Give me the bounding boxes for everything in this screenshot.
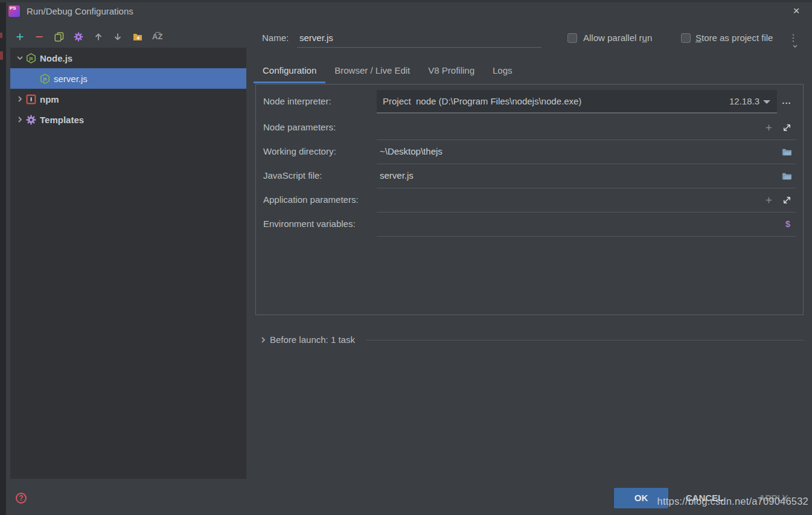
separator-line [366,340,804,341]
more-options-kebab-icon[interactable]: ⋮ [788,31,797,45]
help-icon[interactable]: ? [16,493,27,504]
configurations-tree: js Node.js js server.js npm [10,48,246,479]
configurations-toolbar: A͡Z [6,27,164,47]
env-variables-icon[interactable]: $ [785,213,790,235]
name-input-underline [297,47,542,48]
interpreter-more-button[interactable]: ... [779,91,794,114]
name-label: Name: [262,33,289,45]
environment-variables-row: Environment variables: $ [263,213,796,237]
npm-icon [26,94,36,104]
tree-item-serverjs[interactable]: js server.js [10,68,246,89]
dialog-title: Run/Debug Configurations [27,0,133,23]
add-macro-icon[interactable] [764,123,773,132]
store-as-project-file-checkbox[interactable] [681,33,691,43]
working-directory-input[interactable]: ~\Desktop\thejs [377,140,796,164]
nodejs-icon: js [40,74,50,84]
tab-browser-live-edit[interactable]: Browser / Live Edit [325,60,419,83]
phpstorm-logo-icon: PS [8,5,20,17]
add-macro-icon[interactable] [764,196,773,205]
application-parameters-input[interactable] [377,188,796,213]
browse-folder-icon[interactable] [782,147,792,157]
expand-field-icon[interactable] [782,195,792,205]
sort-alphabetically-icon[interactable]: A͡Z [152,32,164,42]
svg-text:js: js [28,56,33,61]
move-down-icon[interactable] [113,32,123,42]
chevron-right-icon[interactable] [258,335,268,345]
tree-item-label: Node.js [40,53,72,63]
watermark: https://blog.csdn.net/a709046532 [657,496,808,507]
tree-item-label: npm [40,94,59,104]
tree-item-nodejs[interactable]: js Node.js [10,48,246,68]
close-icon[interactable]: × [788,3,804,19]
allow-parallel-run-label: Allow parallel run [583,33,652,43]
working-directory-label: Working directory: [263,140,336,164]
node-parameters-row: Node parameters: [263,116,796,140]
javascript-file-row: JavaScript file: server.js [263,164,796,188]
before-launch-section[interactable]: Before launch: 1 task [255,331,804,349]
tab-configuration[interactable]: Configuration [254,60,325,83]
node-interpreter-combobox[interactable]: Project node (D:\Program Files\nodejs\no… [377,90,777,114]
chevron-right-icon[interactable] [15,115,25,124]
editor-stripe-mark [0,33,2,38]
tree-item-label: server.js [54,74,88,84]
environment-variables-label: Environment variables: [263,213,356,237]
tree-item-label: Templates [40,115,84,125]
editor-stripe-mark [0,51,3,60]
node-parameters-input[interactable] [377,116,796,140]
node-interpreter-value: Project node (D:\Program Files\nodejs\no… [383,90,581,112]
copy-icon[interactable] [54,32,64,42]
name-input[interactable]: server.js [299,33,333,45]
working-directory-row: Working directory: ~\Desktop\thejs [263,140,796,164]
templates-gear-icon [26,115,36,125]
tree-item-templates[interactable]: Templates [10,109,246,130]
node-interpreter-row: Node interpreter: Project node (D:\Progr… [263,90,796,116]
application-parameters-row: Application parameters: [263,188,796,213]
store-as-project-file-label: Store as project file [695,33,773,43]
tree-item-npm[interactable]: npm [10,89,246,109]
expand-field-icon[interactable] [782,123,792,133]
chevron-right-icon[interactable] [15,94,25,104]
before-launch-label: Before launch: 1 task [270,331,355,349]
remove-icon[interactable] [34,32,44,42]
move-up-icon[interactable] [94,32,103,42]
config-tabs: Configuration Browser / Live Edit V8 Pro… [254,60,522,83]
tab-v8-profiling[interactable]: V8 Profiling [419,60,484,83]
javascript-file-label: JavaScript file: [263,164,322,188]
application-parameters-label: Application parameters: [263,188,359,213]
node-parameters-label: Node parameters: [263,116,336,140]
allow-parallel-run-checkbox[interactable] [567,33,577,43]
configuration-form: Node interpreter: Project node (D:\Progr… [255,84,804,315]
environment-variables-input[interactable]: $ [377,213,796,237]
javascript-file-input[interactable]: server.js [377,164,796,188]
node-interpreter-label: Node interpreter: [263,90,331,114]
active-tab-underline [254,82,325,83]
new-folder-icon[interactable] [133,32,142,42]
background-ide-strip [0,0,6,515]
chevron-down-icon[interactable] [15,53,25,63]
node-version: 12.18.3 [729,90,759,112]
nodejs-icon: js [26,53,36,63]
edit-settings-gear-icon[interactable] [74,32,83,42]
tab-logs[interactable]: Logs [484,60,522,83]
browse-folder-icon[interactable] [782,171,792,181]
add-icon[interactable] [15,32,25,42]
svg-text:js: js [42,76,46,82]
chevron-down-icon[interactable] [763,100,770,104]
